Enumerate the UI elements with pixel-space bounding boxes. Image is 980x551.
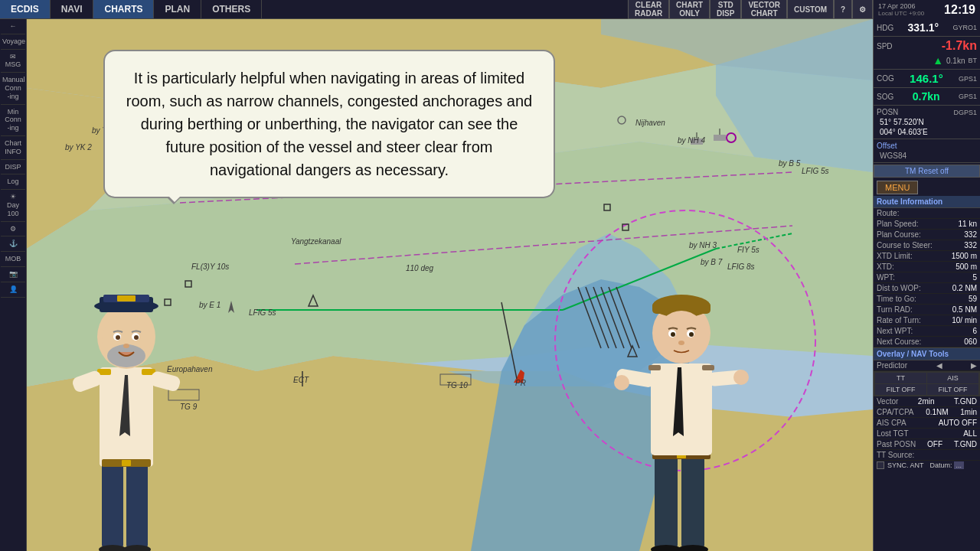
ais-cpa-row: AIS CPA AUTO OFF [874,418,980,429]
day-btn[interactable]: ☀Day100 [1,190,25,221]
settings-icon-btn[interactable]: ⚙ [1,222,25,237]
plan-speed-label: Plan Speed: [877,220,919,228]
speech-bubble: It is particularly helpful when navigati… [103,50,555,198]
tm-reset-btn[interactable]: TM Reset off [874,165,980,178]
lost-tgt-row: Lost TGT ALL [874,429,980,439]
std-disp-btn[interactable]: STDDISP [710,0,741,19]
chart-only-btn[interactable]: CHARTONLY [669,0,710,19]
cpa-label: CPA/TCPA [877,408,914,416]
turn-rad-label: Turn RAD: [877,305,913,314]
nav-plan[interactable]: PLAN [154,0,201,18]
disp-btn[interactable]: DISP [1,160,25,175]
svg-rect-34 [714,135,726,141]
sync-ant-row: SYNC. ANT Datum: ... [874,461,980,470]
svg-point-83 [689,332,694,337]
dist-wop-value: 0.2 NM [952,284,977,292]
time-go-value: 59 [969,295,977,303]
posn-lon: 004° 04.603'E [877,127,977,137]
nav-others[interactable]: OTHERS [201,0,262,18]
past-posn-val: OFF [927,440,942,448]
dist-wop-row: Dist to WOP: 0.2 NM [874,283,980,294]
right-panel: HDG 331.1° GYRO1 SPD -1.7kn ▲ 0.1kn BT C… [873,19,980,551]
custom-btn[interactable]: CUSTOM [787,0,834,19]
xtd-limit-value: 1500 m [952,252,977,260]
svg-rect-67 [681,455,704,547]
filt-off-tt-cell[interactable]: FILT OFF [875,384,926,395]
nav-ecdis[interactable]: ECDIS [0,0,51,18]
wpt-value: 5 [972,273,977,282]
route-row: Route: [874,208,980,219]
plan-course-label: Plan Course: [877,230,921,239]
tcpa-val: 1min [960,408,977,416]
cpa-val: 0.1NM [926,408,948,416]
settings-btn[interactable]: ⚙ [852,0,873,19]
manual-conn-btn[interactable]: ManualConn-ing [1,73,25,104]
svg-rect-23 [604,204,610,210]
chart-info-btn[interactable]: ChartINFO [1,136,25,160]
label-by-e1: by E 1 [199,301,220,309]
voyage-btn[interactable]: Voyage [1,34,25,50]
min-conn-btn[interactable]: MinConn-ing [1,105,25,136]
svg-point-82 [671,332,675,337]
vector-label: Vector [877,397,898,406]
predictor-left[interactable]: ◀ [936,361,942,370]
help-btn[interactable]: ? [834,0,852,19]
time-go-row: Time to Go: 59 [874,294,980,305]
course-steer-row: Course to Steer: 332 [874,240,980,251]
ais-cpa-label: AIS CPA [877,419,906,427]
svg-rect-66 [655,455,678,547]
lost-tgt-label: Lost TGT [877,429,909,438]
chart-area: Nijhaven 8e Petroleumhaven Yangtzekanaal… [27,19,873,551]
svg-point-61 [134,335,139,340]
back-btn[interactable]: ← [1,19,25,34]
cpa-row: CPA/TCPA 0.1NM 1min [874,407,980,418]
left-sidebar: ← Voyage ✉MSG ManualConn-ing MinConn-ing… [0,19,27,551]
svg-rect-74 [648,365,661,370]
label-lfig5s-1: LFIG 5s [249,308,276,317]
anchor-btn[interactable]: ⚓ [1,236,25,252]
posn-lat: 51° 57.520'N [877,117,977,127]
svg-rect-47 [126,463,148,547]
svg-rect-63 [71,369,104,393]
ais-cell[interactable]: AIS [927,373,978,383]
xtd-value: 500 m [956,262,977,271]
tt-cell[interactable]: TT [875,373,926,383]
sync-ant-label: SYNC. ANT [887,461,924,469]
sog-value: 0.7kn [913,90,940,103]
spd-value: -1.7kn [942,39,977,53]
nav-charts[interactable]: CHARTS [93,0,154,18]
svg-point-88 [733,370,749,385]
cog-value: 146.1° [910,72,943,85]
local-utc: Local UTC +9:00 [878,10,924,17]
offset-btn[interactable]: Offset [877,142,897,150]
sync-ant-checkbox[interactable] [877,461,884,469]
label-tg10: TG 10 [446,381,468,390]
hdg-source: GYRO1 [952,24,977,31]
xtd-limit-label: XTD Limit: [877,252,913,260]
person-btn[interactable]: 👤 [1,282,25,298]
sog-source: GPS1 [959,93,977,100]
course-steer-value: 332 [964,241,977,249]
mob-btn[interactable]: MOB [1,252,25,267]
msg-btn[interactable]: ✉MSG [1,50,25,73]
svg-point-84 [678,341,684,345]
menu-btn[interactable]: MENU [877,181,918,194]
log-btn[interactable]: Log [1,174,25,190]
svg-point-60 [116,335,120,340]
clear-radar-btn[interactable]: CLEARRADAR [628,0,669,19]
wpt-label: WPT: [877,273,895,282]
svg-rect-55 [117,295,136,302]
cog-source: GPS1 [959,75,977,83]
past-posn-label: Past POSN [877,440,916,448]
camera-btn[interactable]: 📷 [1,267,25,282]
plan-course-value: 332 [964,230,977,239]
xtd-label: XTD: [877,262,894,271]
filt-off-ais-cell[interactable]: FILT OFF [927,384,978,395]
datetime-bar: 17 Apr 2006 Local UTC +9:00 12:19 [873,0,980,19]
route-info-title: Route Information [874,196,980,208]
vector-chart-btn[interactable]: VECTORCHART [741,0,787,19]
predictor-right[interactable]: ▶ [971,361,977,370]
sog-section: SOG 0.7kn GPS1 [874,88,980,106]
nav-navi[interactable]: NAVI [51,0,94,18]
vector-row: Vector 2min T.GND [874,396,980,407]
